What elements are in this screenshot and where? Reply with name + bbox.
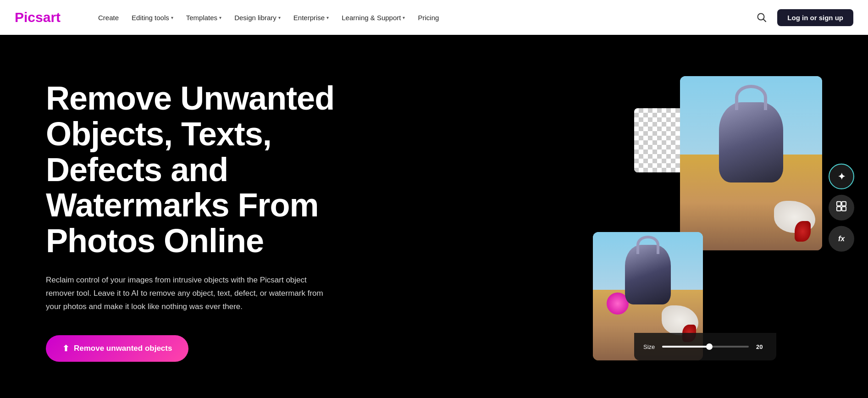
chevron-down-icon: ▾ — [403, 15, 405, 20]
red-flower — [795, 221, 811, 242]
search-button[interactable] — [753, 9, 770, 26]
navbar-links: Create Editing tools ▾ Templates ▾ Desig… — [93, 10, 753, 25]
hero-subtitle: Reclaim control of your images from intr… — [46, 274, 326, 314]
tool-buttons: ✦ fx — [829, 164, 854, 252]
fx-icon: fx — [838, 235, 845, 243]
main-product-image — [680, 76, 822, 250]
svg-rect-7 — [842, 207, 846, 211]
slider-fill — [662, 346, 710, 348]
svg-line-3 — [763, 19, 766, 22]
nav-templates[interactable]: Templates ▾ — [181, 10, 227, 25]
layout-svg — [836, 201, 847, 212]
image-collage: Size 20 — [593, 62, 822, 360]
bag-strap — [735, 85, 767, 110]
logo[interactable]: P icsart — [15, 7, 74, 28]
nav-pricing[interactable]: Pricing — [412, 10, 444, 25]
navbar: P icsart Create Editing tools ▾ Template… — [0, 0, 868, 35]
nav-learning-support[interactable]: Learning & Support ▾ — [336, 10, 410, 25]
fx-button[interactable]: fx — [829, 226, 854, 252]
navbar-actions: Log in or sign up — [753, 9, 853, 26]
layout-button[interactable] — [829, 195, 854, 221]
search-icon — [757, 12, 767, 22]
nav-design-library[interactable]: Design library ▾ — [229, 10, 286, 25]
picsart-logo[interactable]: P icsart — [15, 7, 74, 26]
cta-button[interactable]: ⬆ Remove unwanted objects — [46, 335, 188, 362]
chevron-down-icon: ▾ — [278, 15, 281, 20]
hero-section: Remove Unwanted Objects, Texts, Defects … — [0, 35, 868, 398]
nav-editing-tools[interactable]: Editing tools ▾ — [126, 10, 179, 25]
chevron-down-icon: ▾ — [219, 15, 221, 20]
upload-icon: ⬆ — [62, 343, 69, 354]
slider-thumb[interactable] — [706, 343, 713, 350]
magic-eraser-button[interactable]: ✦ — [829, 164, 854, 189]
hero-title: Remove Unwanted Objects, Texts, Defects … — [46, 81, 376, 259]
size-label: Size — [643, 343, 655, 350]
chevron-down-icon: ▾ — [171, 15, 173, 20]
svg-rect-6 — [837, 207, 841, 211]
bag-body — [719, 102, 783, 182]
svg-rect-5 — [842, 202, 846, 206]
size-value: 20 — [756, 343, 767, 350]
size-slider-panel: Size 20 — [634, 333, 776, 360]
main-image-inner — [680, 76, 822, 250]
login-button[interactable]: Log in or sign up — [777, 9, 853, 26]
nav-enterprise[interactable]: Enterprise ▾ — [288, 10, 334, 25]
small-bag-strap — [636, 236, 659, 254]
size-slider-track[interactable] — [662, 346, 749, 348]
nav-create[interactable]: Create — [93, 10, 124, 25]
svg-text:icsart: icsart — [24, 10, 61, 25]
chevron-down-icon: ▾ — [326, 15, 329, 20]
magic-eraser-icon: ✦ — [838, 171, 846, 182]
layout-icon — [836, 201, 847, 215]
svg-rect-4 — [837, 202, 841, 206]
hero-content: Remove Unwanted Objects, Texts, Defects … — [46, 72, 376, 362]
svg-text:P: P — [15, 10, 24, 25]
